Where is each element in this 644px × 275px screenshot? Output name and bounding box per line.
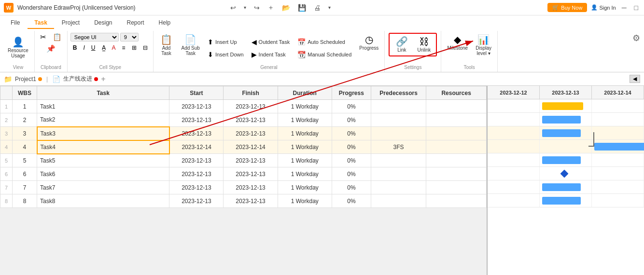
resource-usage-button[interactable]: 👤 ResourceUsage — [5, 35, 31, 60]
minimize-button[interactable]: ─ — [620, 4, 629, 12]
predecessors-5 — [371, 167, 426, 181]
outdent-task-button[interactable]: ◀ Outdent Task — [249, 37, 293, 47]
wbs-5: 6 — [12, 167, 37, 181]
paste-button[interactable]: 📌 — [44, 43, 58, 54]
column-width-button[interactable]: ⊞ — [129, 43, 139, 52]
gantt-bar — [542, 156, 581, 164]
col-header-finish: Finish — [224, 86, 278, 100]
quick-access-dropdown[interactable]: ▾ — [326, 5, 333, 10]
gantt-col-0 — [488, 194, 540, 207]
auto-scheduled-button[interactable]: 📅 Auto Scheduled — [294, 37, 354, 47]
task-name-7[interactable]: Task8 — [37, 194, 169, 208]
add-task-button[interactable]: 📋 AddTask — [156, 33, 177, 58]
align-left-button[interactable]: ≡ — [120, 43, 128, 52]
settings-gear[interactable]: ⚙ — [630, 31, 642, 72]
font-color-button[interactable]: A — [110, 43, 118, 52]
print-preview-button[interactable]: 🖨 — [312, 4, 322, 12]
gantt-rows — [488, 99, 644, 207]
settings-group: 🔗 Link ⛓ Unlink Settings — [385, 31, 441, 72]
tab-help[interactable]: Help — [152, 17, 178, 29]
gantt-row — [488, 194, 644, 207]
tab-file[interactable]: File — [4, 17, 27, 29]
row-num-4: 5 — [0, 154, 13, 167]
milestone-icon: ◆ — [454, 35, 461, 44]
clipboard-group: ✂ 📋 📌 Clipboard — [35, 31, 68, 72]
font-size-select[interactable]: 9 — [120, 33, 139, 41]
progress-icon: ◷ — [365, 35, 373, 44]
col-header-wbs — [0, 86, 13, 100]
gantt-col-2 — [592, 126, 644, 139]
collapse-button[interactable]: ◀ — [630, 75, 640, 83]
table-area: WBS Task Start Finish Duration Progress … — [0, 86, 488, 275]
open-button[interactable]: 📂 — [280, 4, 292, 12]
task-name-2[interactable]: Task3 — [37, 127, 169, 140]
add-tab-button[interactable]: + — [101, 75, 105, 83]
gantt-bar — [542, 102, 583, 110]
unlink-button[interactable]: ⛓ Unlink — [414, 35, 434, 55]
duration-0: 1 Workday — [278, 100, 332, 113]
manual-scheduled-button[interactable]: 📆 Manual Scheduled — [294, 49, 354, 60]
cut-button[interactable]: ✂ — [38, 32, 49, 42]
table-row: 2 2 Task2 2023-12-13 2023-12-13 1 Workda… — [0, 113, 487, 127]
gantt-col-2 — [592, 180, 644, 193]
milestone-button[interactable]: ◆ Milestone — [444, 33, 471, 53]
table-row: 6 6 Task6 2023-12-13 2023-12-13 1 Workda… — [0, 167, 487, 181]
indent-task-button[interactable]: ▶ Indent Task — [249, 49, 293, 60]
task-name-0[interactable]: Task1 — [37, 100, 169, 113]
underline-button[interactable]: U — [89, 43, 98, 52]
bold-button[interactable]: B — [70, 43, 80, 52]
sign-in-button[interactable]: 👤 Sign In — [591, 4, 616, 11]
task-name-3[interactable]: Task4 — [37, 140, 169, 154]
table-row: 4 4 Task4 2023-12-14 2023-12-14 1 Workda… — [0, 140, 487, 154]
tab-design[interactable]: Design — [87, 17, 119, 29]
new-button[interactable]: ＋ — [266, 3, 276, 12]
highlight-button[interactable]: A̲ — [99, 43, 108, 52]
insert-down-icon: ⬇ — [208, 51, 213, 58]
title-bar: W Wondershare EdrawProj (Unlicensed Vers… — [0, 0, 644, 15]
add-sub-task-button[interactable]: 📄 Add SubTask — [179, 33, 203, 58]
tab-project[interactable]: Project — [55, 17, 86, 29]
finish-5: 2023-12-13 — [224, 167, 278, 181]
save-button[interactable]: 💾 — [296, 4, 308, 12]
row-num-1: 2 — [0, 113, 13, 127]
file-doc-icon: 📄 — [52, 75, 60, 83]
task-name-4[interactable]: Task5 — [37, 154, 169, 167]
tab-report[interactable]: Report — [120, 17, 151, 29]
font-family-select[interactable]: Segoe UI — [70, 33, 119, 41]
gantt-col-0 — [488, 113, 540, 126]
buy-now-button[interactable]: 🛒 Buy Now — [547, 3, 587, 12]
tab-task[interactable]: Task — [28, 17, 54, 29]
manual-scheduled-icon: 📆 — [297, 51, 306, 58]
insert-up-icon: ⬆ — [208, 38, 213, 46]
file-tab[interactable]: 生产线改进 — [63, 75, 98, 83]
outdent-icon: ◀ — [252, 38, 257, 46]
undo-button[interactable]: ↩ — [228, 4, 238, 12]
task-name-6[interactable]: Task7 — [37, 181, 169, 194]
insert-down-button[interactable]: ⬇ Insert Down — [205, 49, 247, 60]
progress-button[interactable]: ◷ Progress — [356, 33, 381, 53]
task-name-1[interactable]: Task2 — [37, 113, 169, 127]
display-level-button[interactable]: 📊 Displaylevel ▾ — [473, 33, 494, 58]
view-group: 👤 ResourceUsage View — [2, 31, 35, 72]
wrap-button[interactable]: ⊟ — [140, 43, 150, 52]
gantt-date-1: 2023-12-13 — [540, 86, 592, 99]
table-row: 3 3 Task3 2023-12-13 2023-12-13 1 Workda… — [0, 127, 487, 140]
maximize-button[interactable]: □ — [632, 4, 640, 12]
insert-up-button[interactable]: ⬆ Insert Up — [205, 37, 247, 47]
task-name-5[interactable]: Task6 — [37, 167, 169, 181]
gantt-col-0 — [488, 99, 540, 112]
main-area: WBS Task Start Finish Duration Progress … — [0, 86, 644, 275]
gantt-bar — [542, 129, 581, 137]
predecessors-7 — [371, 194, 426, 208]
row-num-6: 7 — [0, 181, 13, 194]
undo-dropdown-button[interactable]: ▾ — [242, 5, 248, 10]
copy-button[interactable]: 📋 — [50, 32, 64, 42]
col-header-duration: Duration — [278, 86, 332, 100]
resources-4 — [426, 154, 487, 167]
duration-3: 1 Workday — [278, 140, 332, 154]
italic-button[interactable]: I — [81, 43, 87, 52]
redo-button[interactable]: ↪ — [252, 4, 262, 12]
link-button[interactable]: 🔗 Link — [392, 35, 412, 55]
predecessors-3: 3FS — [371, 140, 426, 154]
project-tab[interactable]: Project1 — [15, 76, 42, 82]
